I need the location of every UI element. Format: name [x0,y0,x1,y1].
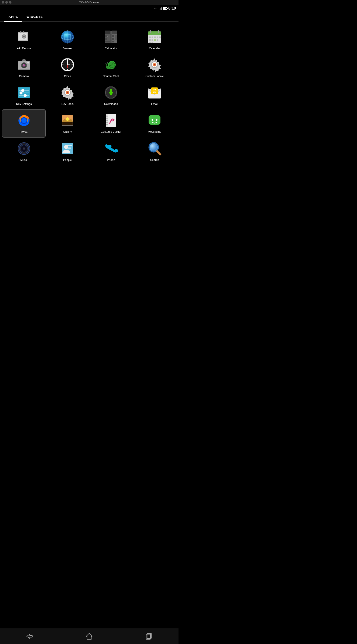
calendar-label: Calendar [149,47,160,50]
app-grid: API Demos [0,22,178,170]
browser-icon [60,29,75,44]
status-time: 8:19 [168,6,176,10]
app-item-messaging[interactable]: Messaging [133,109,176,138]
svg-rect-27 [148,34,161,35]
svg-point-82 [24,94,27,97]
svg-point-105 [66,118,69,121]
maximize-btn[interactable] [9,1,12,4]
svg-marker-43 [22,59,26,61]
svg-rect-28 [150,30,151,33]
dev-settings-label: Dev Settings [16,102,32,106]
svg-rect-20 [112,35,114,37]
custom-locale-icon [147,57,162,72]
tabs-bar: APPS WIDGETS [0,12,178,22]
app-item-email[interactable]: @ Email [133,82,176,109]
svg-text:+: + [107,36,108,38]
app-grid-wrapper: API Demos [0,22,178,186]
svg-text:@: @ [152,88,157,93]
svg-rect-22 [112,41,114,42]
tab-apps[interactable]: APPS [4,12,22,22]
svg-rect-31 [152,36,153,38]
app-item-gestures-builder[interactable]: Gestures Builder [89,109,133,138]
app-item-music[interactable]: Music [2,138,46,165]
app-item-search[interactable]: Search [133,138,176,165]
app-item-firefox[interactable]: Firefox [2,109,46,138]
svg-line-134 [157,151,160,154]
svg-point-74 [154,64,155,65]
app-item-people[interactable]: People [46,138,89,165]
content-shell-icon [103,57,119,72]
svg-point-111 [106,122,108,123]
svg-rect-33 [157,36,158,38]
svg-rect-34 [159,36,161,38]
dev-tools-icon [60,85,75,100]
close-btn[interactable] [2,1,4,4]
battery-icon [163,7,167,10]
calculator-icon: − + + [103,29,119,44]
app-item-gallery[interactable]: Gallery [46,109,89,138]
content-shell-label: Content Shell [103,74,119,78]
svg-rect-38 [157,39,158,41]
messaging-icon [147,113,162,128]
app-item-custom-locale[interactable]: Custom Locale [133,54,176,82]
calculator-label: Calculator [105,47,117,50]
minimize-btn[interactable] [5,1,8,4]
app-item-dev-tools[interactable]: Dev Tools [46,82,89,109]
app-item-calculator[interactable]: − + + Calculator [89,26,133,54]
dev-settings-icon [16,85,32,100]
people-icon [60,141,75,156]
network-type: 3G [153,7,156,10]
svg-rect-29 [158,30,159,33]
svg-point-48 [23,64,24,65]
app-item-clock[interactable]: Clock [46,54,89,82]
app-item-calendar[interactable]: Calendar [133,26,176,54]
svg-rect-37 [154,39,156,41]
svg-rect-32 [154,36,156,38]
svg-rect-30 [149,36,151,38]
custom-locale-label: Custom Locale [146,74,164,78]
svg-rect-35 [149,39,151,41]
api-demos-icon [16,29,32,44]
svg-point-112 [106,124,108,125]
svg-text:−: − [107,31,109,34]
svg-rect-18 [105,38,108,40]
app-item-phone[interactable]: Phone [89,138,133,165]
svg-point-125 [23,148,24,149]
svg-rect-129 [68,147,71,148]
music-label: Music [20,158,28,162]
title-bar: 5554:N5-Emulator [0,0,178,5]
camera-label: Camera [19,74,29,78]
api-demos-label: API Demos [17,47,31,50]
gestures-builder-label: Gestures Builder [101,130,122,134]
svg-rect-2 [20,32,22,33]
camera-icon [16,57,32,72]
phone-icon [103,141,119,156]
svg-rect-23 [115,35,117,40]
search-icon [147,141,162,156]
svg-rect-19 [105,41,110,42]
email-icon: @ [147,85,162,100]
svg-rect-49 [28,62,29,64]
window-title: 5554:N5-Emulator [79,1,100,4]
app-item-api-demos[interactable]: API Demos [2,26,46,54]
app-item-downloads[interactable]: Downloads [89,82,133,109]
dev-tools-label: Dev Tools [61,102,74,106]
tab-widgets[interactable]: WIDGETS [22,12,47,22]
app-item-camera[interactable]: Camera [2,54,46,82]
app-item-content-shell[interactable]: Content Shell [89,54,133,82]
svg-point-87 [67,92,68,93]
music-icon [16,141,32,156]
svg-point-68 [106,63,106,64]
svg-point-110 [106,120,108,121]
window-controls [2,1,12,4]
messaging-label: Messaging [148,130,161,134]
clock-label: Clock [64,74,71,78]
svg-point-108 [106,116,108,117]
app-item-browser[interactable]: Browser [46,26,89,54]
svg-point-116 [156,119,158,121]
svg-rect-21 [112,38,114,40]
svg-point-60 [67,64,68,66]
svg-point-69 [108,62,108,63]
gallery-label: Gallery [63,130,72,134]
app-item-dev-settings[interactable]: Dev Settings [2,82,46,109]
